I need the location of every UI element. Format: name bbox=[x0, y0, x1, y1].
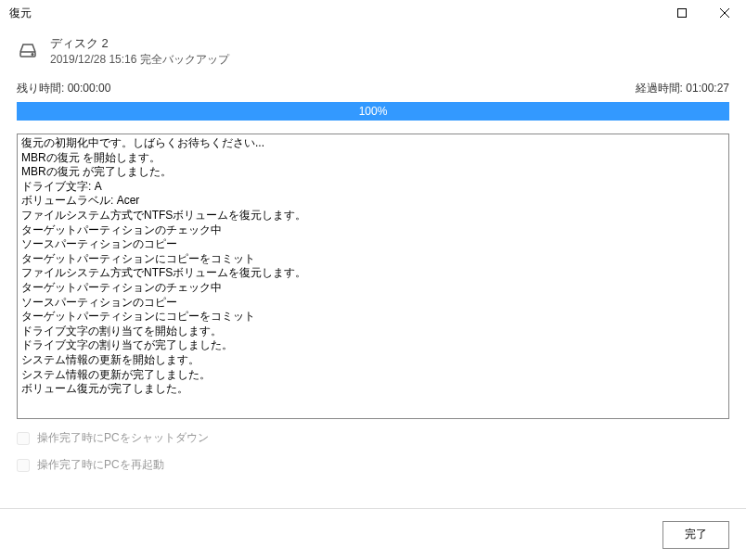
time-row: 残り時間: 00:00:00 経過時間: 01:00:27 bbox=[17, 81, 729, 96]
disk-title: ディスク 2 bbox=[50, 35, 229, 52]
remaining-time-value: 00:00:00 bbox=[68, 82, 111, 95]
close-icon bbox=[720, 8, 729, 18]
elapsed-time-label: 経過時間: bbox=[636, 82, 683, 95]
elapsed-time-value: 01:00:27 bbox=[686, 82, 729, 95]
svg-point-4 bbox=[32, 54, 33, 56]
svg-rect-0 bbox=[678, 9, 687, 18]
header-text: ディスク 2 2019/12/28 15:16 完全バックアップ bbox=[50, 35, 229, 68]
backup-info: 2019/12/28 15:16 完全バックアップ bbox=[50, 52, 229, 68]
remaining-time-label: 残り時間: bbox=[17, 82, 64, 95]
elapsed-time: 経過時間: 01:00:27 bbox=[636, 81, 729, 96]
restart-label: 操作完了時にPCを再起動 bbox=[37, 457, 164, 473]
content-area: 残り時間: 00:00:00 経過時間: 01:00:27 100% 復元の初期… bbox=[0, 81, 746, 473]
done-button[interactable]: 完了 bbox=[662, 521, 729, 549]
footer: 完了 bbox=[0, 508, 746, 560]
shutdown-option[interactable]: 操作完了時にPCをシャットダウン bbox=[17, 430, 729, 446]
restart-checkbox[interactable] bbox=[17, 459, 30, 472]
titlebar-controls bbox=[661, 0, 746, 26]
shutdown-checkbox[interactable] bbox=[17, 432, 30, 445]
titlebar: 復元 bbox=[0, 0, 746, 26]
header-section: ディスク 2 2019/12/28 15:16 完全バックアップ bbox=[0, 26, 746, 81]
progress-bar: 100% bbox=[17, 102, 729, 121]
close-button[interactable] bbox=[703, 0, 746, 26]
remaining-time: 残り時間: 00:00:00 bbox=[17, 81, 110, 96]
log-output[interactable]: 復元の初期化中です。しばらくお待ちください... MBRの復元 を開始します。 … bbox=[17, 134, 729, 419]
maximize-button[interactable] bbox=[661, 0, 703, 26]
restart-option[interactable]: 操作完了時にPCを再起動 bbox=[17, 457, 729, 473]
maximize-icon bbox=[677, 8, 687, 18]
window-title: 復元 bbox=[9, 6, 32, 21]
progress-percent: 100% bbox=[359, 105, 388, 118]
disk-icon bbox=[17, 39, 39, 64]
shutdown-label: 操作完了時にPCをシャットダウン bbox=[37, 430, 209, 446]
